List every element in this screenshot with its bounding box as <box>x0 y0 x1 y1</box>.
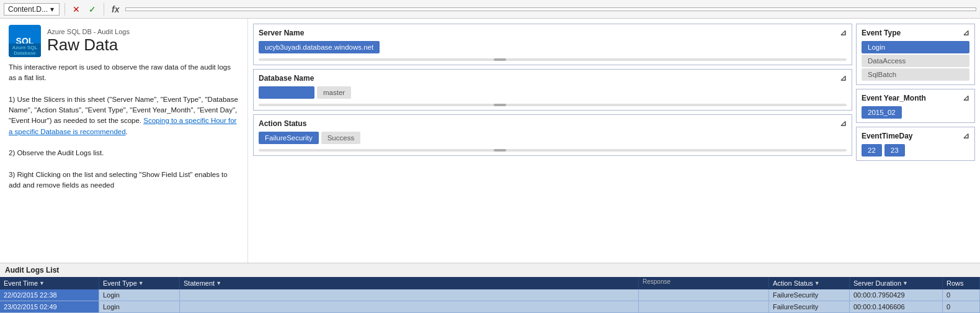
th-statement: Statement ▼ <box>180 277 639 289</box>
event-time-day-slicer: EventTimeDay ⊿ 22 23 <box>856 127 975 161</box>
td-server-duration-0: 00:00:0.7950429 <box>850 289 943 301</box>
sort-server-duration-icon[interactable]: ▼ <box>902 280 908 286</box>
event-type-slicer: Event Type ⊿ Login DataAccess SqlBatch <box>856 24 975 85</box>
action-status-scroll[interactable] <box>259 149 847 152</box>
td-server-duration-1: 00:00:0.1406606 <box>850 301 943 312</box>
description: This interactive report is used to obser… <box>9 62 239 191</box>
event-type-item-1[interactable]: DataAccess <box>862 55 969 67</box>
server-name-item-0[interactable]: ucyb3uyadi.database.windows.net <box>259 41 380 53</box>
event-year-month-item-0[interactable]: 2015_02 <box>862 106 902 119</box>
check-icon[interactable]: ✓ <box>86 3 99 16</box>
table-section: Audit Logs List Event Time ▼ Event Type … <box>0 263 980 313</box>
logo-azure-bar: Azure SQL Database <box>9 43 41 57</box>
td-action-status-0: FailureSecurity <box>769 289 850 301</box>
dropdown-label: Content.D... <box>8 5 48 14</box>
formula-bar[interactable] <box>125 7 976 11</box>
server-name-items: ucyb3uyadi.database.windows.net <box>259 41 847 53</box>
server-name-label: Server Name <box>259 29 304 37</box>
action-status-items: FailureSecurity Success <box>259 132 847 144</box>
td-event-type-1: Login <box>99 301 180 312</box>
logo-title-area: Azure SQL DB - Audit Logs Raw Data <box>47 28 130 55</box>
database-name-slicer: Database Name ⊿ master <box>253 69 852 111</box>
th-rows: Rows <box>943 277 980 289</box>
td-event-time-0: 22/02/2015 22:38 <box>0 289 99 301</box>
action-status-header: Action Status ⊿ <box>259 119 847 128</box>
th-event-time-label: Event Time <box>4 279 38 287</box>
audit-logs-table: Event Time ▼ Event Type ▼ Statement ▼ Re… <box>0 277 980 313</box>
database-name-item-0[interactable] <box>259 86 314 99</box>
action-status-item-1[interactable]: Success <box>321 132 360 144</box>
desc-line1: This interactive report is used to obser… <box>9 62 239 84</box>
logo-area: SQL Azure SQL Database Azure SQL DB - Au… <box>9 25 239 57</box>
td-statement-1 <box>180 301 639 312</box>
sort-event-time-icon[interactable]: ▼ <box>39 280 45 286</box>
desc-line2: 1) Use the Slicers in this sheet ("Serve… <box>9 94 239 137</box>
th-statement-label: Statement <box>184 279 215 287</box>
close-icon[interactable]: ✕ <box>70 3 82 16</box>
sort-statement-icon[interactable]: ▼ <box>216 280 221 286</box>
desc-link[interactable]: Scoping to a specific Hour for a specifi… <box>9 117 236 135</box>
table-title: Audit Logs List <box>0 263 980 277</box>
database-name-items: master <box>259 86 847 99</box>
table-row[interactable]: 23/02/2015 02:49 Login FailureSecurity 0… <box>0 301 980 313</box>
action-status-item-0[interactable]: FailureSecurity <box>259 132 319 144</box>
td-rows-0: 0 <box>943 289 980 301</box>
td-rows-1: 0 <box>943 301 980 312</box>
event-year-month-label: Event Year_Month <box>862 94 926 102</box>
event-type-item-0[interactable]: Login <box>862 41 969 53</box>
th-action-status-label: Action Status <box>773 279 813 287</box>
server-name-header: Server Name ⊿ <box>259 28 847 37</box>
sql-logo: SQL Azure SQL Database <box>9 25 41 57</box>
sort-action-status-icon[interactable]: ▼ <box>814 280 820 286</box>
th-server-duration-label: Server Duration <box>853 279 901 287</box>
separator-1 <box>65 3 65 16</box>
event-year-month-header: Event Year_Month ⊿ <box>862 93 969 102</box>
event-time-day-header: EventTimeDay ⊿ <box>862 131 969 140</box>
logo-azure-text: Azure SQL Database <box>12 45 38 56</box>
th-response-label-text: Response <box>643 278 670 285</box>
table-row[interactable]: 22/02/2015 22:38 Login FailureSecurity 0… <box>0 289 980 301</box>
content-dropdown[interactable]: Content.D... ▾ <box>4 3 60 16</box>
event-time-day-filter-icon[interactable]: ⊿ <box>963 131 969 140</box>
desc-line3: 2) Observe the Audit Logs list. <box>9 148 239 158</box>
event-type-filter-icon[interactable]: ⊿ <box>963 28 969 37</box>
database-name-label: Database Name <box>259 74 314 83</box>
td-response-spacer-1 <box>639 301 769 312</box>
event-time-day-items: 22 23 <box>862 144 969 156</box>
action-status-label: Action Status <box>259 119 306 128</box>
database-name-header: Database Name ⊿ <box>259 73 847 83</box>
event-time-day-item-0[interactable]: 22 <box>862 144 882 156</box>
th-event-type: Event Type ▼ <box>99 277 180 289</box>
td-event-type-0: Login <box>99 289 180 301</box>
event-time-day-item-1[interactable]: 23 <box>884 144 905 156</box>
event-type-item-2[interactable]: SqlBatch <box>862 68 969 81</box>
toolbar: Content.D... ▾ ✕ ✓ fx <box>0 0 980 19</box>
td-response-spacer-0 <box>639 289 769 301</box>
action-status-filter-icon[interactable]: ⊿ <box>840 119 847 128</box>
database-name-scroll[interactable] <box>259 104 847 106</box>
server-name-filter-icon[interactable]: ⊿ <box>840 28 847 37</box>
fx-label: fx <box>109 3 122 16</box>
event-year-month-slicer: Event Year_Month ⊿ 2015_02 <box>856 89 975 123</box>
event-type-header: Event Type ⊿ <box>862 28 969 37</box>
table-header: Event Time ▼ Event Type ▼ Statement ▼ Re… <box>0 277 980 289</box>
td-action-status-1: FailureSecurity <box>769 301 850 312</box>
page-title: Raw Data <box>47 35 130 55</box>
event-type-label: Event Type <box>862 29 901 37</box>
chevron-down-icon: ▾ <box>50 5 54 14</box>
database-name-item-1[interactable]: master <box>317 86 351 99</box>
page-subtitle: Azure SQL DB - Audit Logs <box>47 28 130 35</box>
th-event-time: Event Time ▼ <box>0 277 99 289</box>
th-server-duration: Server Duration ▼ <box>850 277 943 289</box>
sort-event-type-icon[interactable]: ▼ <box>138 280 144 286</box>
server-name-slicer: Server Name ⊿ ucyb3uyadi.database.window… <box>253 24 852 65</box>
event-year-month-filter-icon[interactable]: ⊿ <box>963 93 969 102</box>
action-status-slicer: Action Status ⊿ FailureSecurity Success <box>253 114 852 156</box>
desc-line4: 3) Right Clicking on the list and select… <box>9 170 239 191</box>
th-action-status: Action Status ▼ <box>769 277 850 289</box>
td-event-time-1: 23/02/2015 02:49 <box>0 301 99 312</box>
th-rows-label: Rows <box>947 279 964 287</box>
separator-2 <box>104 3 104 16</box>
database-name-filter-icon[interactable]: ⊿ <box>840 73 847 83</box>
server-name-scroll[interactable] <box>259 58 847 61</box>
